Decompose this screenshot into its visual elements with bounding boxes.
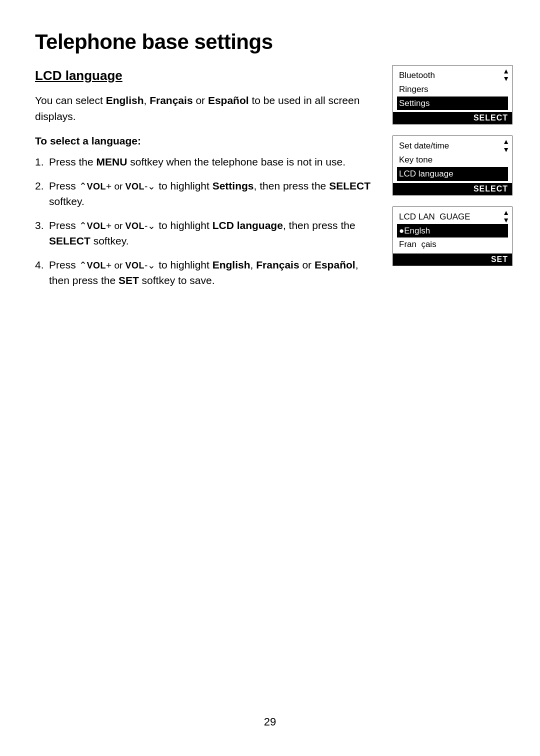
vol-symbol-2: ⌃VOL+ or VOL-⌄: [79, 181, 156, 192]
english-bold: English: [106, 94, 144, 106]
espanol-label: Español: [314, 259, 356, 270]
screen-3-softkey: SET: [393, 254, 512, 266]
page-title: Telephone base settings: [35, 30, 505, 54]
arrow-up-icon: ▲: [502, 68, 510, 75]
scroll-indicator-2: ▲ ▼: [502, 138, 510, 154]
arrow-down-icon-2: ▼: [502, 146, 510, 154]
vol-symbol-3: ⌃VOL+ or VOL-⌄: [79, 220, 156, 231]
screens-panel: ▲ ▼ Bluetooth Ringers Settings SELECT ▲ …: [392, 65, 512, 266]
intro-paragraph: You can select English, Français or Espa…: [35, 92, 375, 124]
screen-2: ▲ ▼ Set date/time Key tone LCD language …: [392, 136, 512, 195]
step-4: Press ⌃VOL+ or VOL-⌄ to highlight Englis…: [35, 257, 375, 288]
lcd-language-label: LCD language: [212, 220, 283, 231]
menu-item-settings-highlighted: Settings: [397, 96, 508, 110]
arrow-up-icon-2: ▲: [502, 138, 510, 146]
arrow-up-icon-3: ▲: [502, 209, 510, 216]
arrow-down-icon-3: ▼: [502, 216, 510, 224]
menu-item-bluetooth: Bluetooth: [397, 68, 508, 82]
menu-item-set-date: Set date/time: [397, 139, 508, 153]
francais-bold: Français: [150, 94, 192, 106]
menu-item-english-highlighted: ●Englsh: [397, 224, 508, 238]
select-label-2: SELECT: [329, 180, 370, 192]
steps-list: Press the MENU softkey when the telephon…: [35, 154, 375, 288]
espanol-bold: Español: [208, 94, 249, 106]
set-label: SET: [118, 274, 139, 286]
menu-label: MENU: [96, 156, 128, 168]
select-label-3: SELECT: [49, 235, 90, 246]
arrow-down-icon: ▼: [502, 75, 510, 82]
francais-label: Français: [256, 259, 299, 270]
settings-label: Settings: [212, 180, 254, 192]
screen-1-softkey: SELECT: [393, 112, 512, 124]
english-label: English: [212, 259, 250, 270]
menu-item-francais: Fran çais: [397, 238, 508, 252]
menu-item-lcd-language-highlighted: LCD language: [397, 167, 508, 181]
screen-2-menu: Set date/time Key tone LCD language: [393, 136, 512, 180]
scroll-indicator-3: ▲ ▼: [502, 209, 510, 224]
screen-3: ▲ ▼ LCD LAN GUAGE ●Englsh Fran çais SET: [392, 206, 512, 266]
step-2: Press ⌃VOL+ or VOL-⌄ to highlight Settin…: [35, 178, 375, 210]
screen-1: ▲ ▼ Bluetooth Ringers Settings SELECT: [392, 65, 512, 124]
menu-item-ringers: Ringers: [397, 82, 508, 96]
step-1: Press the MENU softkey when the telephon…: [35, 154, 375, 170]
menu-item-lcd-lang-title: LCD LAN GUAGE: [397, 210, 508, 224]
screen-2-softkey: SELECT: [393, 183, 512, 195]
page-number: 29: [264, 716, 276, 728]
screen-1-menu: Bluetooth Ringers Settings: [393, 66, 512, 110]
screen-3-menu: LCD LAN GUAGE ●Englsh Fran çais: [393, 207, 512, 252]
vol-symbol-4: ⌃VOL+ or VOL-⌄: [79, 260, 156, 270]
scroll-indicator-1: ▲ ▼: [502, 68, 510, 83]
step-3: Press ⌃VOL+ or VOL-⌄ to highlight LCD la…: [35, 218, 375, 249]
menu-item-key-tone: Key tone: [397, 153, 508, 167]
